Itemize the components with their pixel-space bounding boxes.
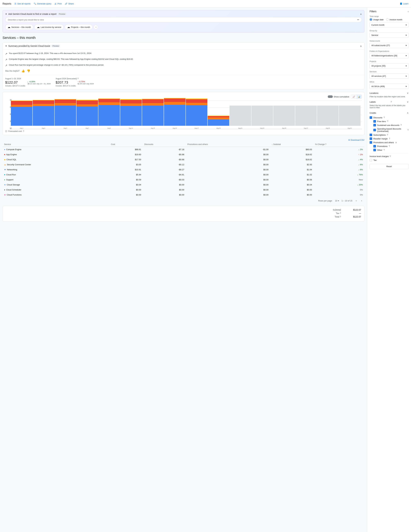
data-table-wrapper: Service Cost Discounts Promotions and ot… [2, 142, 364, 204]
col-subtotal[interactable]: ↓ Subtotal [270, 142, 313, 147]
projects-select[interactable]: All projects (55) ▾ [370, 63, 409, 68]
service-name: Cloud Functions [7, 194, 22, 196]
promotions-collapse-icon: ∧ [395, 141, 397, 144]
col-pct-change[interactable]: % Change ? [314, 142, 364, 147]
folders-select[interactable]: All folders/organizations (28) ▾ [370, 53, 409, 58]
radio-invoice-month[interactable]: Invoice month [386, 18, 402, 21]
cost-cell: $5.94 [109, 172, 143, 177]
reset-button[interactable]: Reset [370, 164, 409, 169]
pct-cell: ↑ 1% [314, 152, 364, 157]
cumulative-toggle[interactable]: Show cumulative [328, 95, 349, 98]
collapse-icon[interactable]: ∧ [360, 13, 362, 15]
subscriptions-item: Subscriptions ? [370, 134, 409, 136]
sql-segment [142, 99, 164, 103]
legend-help-icon[interactable]: ? [23, 130, 24, 132]
promo-cell: $0.00 [186, 177, 270, 182]
stats-row: August 1–19, 2024 $122.07 includes -$24.… [3, 75, 364, 89]
subscriptions-checkbox[interactable] [370, 134, 372, 136]
discounts-cell: $0.00 [143, 182, 186, 187]
generate-query-link[interactable]: 🔍 Generate query [34, 2, 51, 5]
service-cell: ● Support [4, 179, 108, 181]
see-all-reports-link[interactable]: ☰ See all reports [14, 2, 30, 5]
reseller-help-icon[interactable]: ? [389, 138, 390, 140]
app-segment [33, 104, 54, 106]
discounts-checkbox[interactable] [370, 116, 372, 119]
compute-segment [76, 106, 98, 126]
sustained-help-icon[interactable]: ? [401, 124, 402, 126]
toggle-switch[interactable] [328, 95, 333, 98]
filters-expand-icon[interactable]: › [408, 10, 409, 13]
rows-dropdown-icon: ▾ [338, 200, 339, 202]
forecasted-help-icon[interactable]: ? [77, 78, 78, 80]
chips-next-arrow[interactable]: › [94, 25, 98, 29]
bar-chart-btn[interactable]: 📊 [356, 95, 362, 98]
spending-help-icon[interactable]: ? [407, 129, 409, 131]
promo-cell: $0.00 [186, 187, 270, 192]
service-name: Security Command Center [7, 163, 31, 166]
discounts-help-icon[interactable]: ? [384, 116, 385, 119]
share-link[interactable]: 🔗 Share [65, 2, 74, 5]
promo-cell: $0.00 [186, 172, 270, 177]
pct-cell: ↓ 20% [314, 182, 364, 187]
line-chart-btn[interactable]: 📈 [351, 95, 356, 98]
gemini-input-wrapper[interactable]: ✏ [5, 17, 362, 22]
projects-section: Projects All projects (55) ▾ [370, 60, 409, 68]
subaccounts-arrow-icon: ▾ [406, 44, 407, 47]
labels-help-icon[interactable]: ? [391, 101, 392, 103]
reseller-checkbox[interactable] [370, 137, 372, 140]
table-row: ● Cloud Scheduler $0.00 $0.00 $0.00 $0.0… [2, 187, 364, 192]
spending-based-item: Spending based discounts (contractual) ? [370, 128, 409, 132]
thumbs-up-btn[interactable]: 👍 [21, 69, 25, 73]
service-icon: ▼ [4, 169, 6, 171]
spending-checkbox[interactable] [374, 129, 376, 131]
subtotal-cell: $0.04 [270, 182, 313, 187]
subscriptions-help-icon[interactable]: ? [387, 134, 388, 136]
radio-usage-date[interactable]: Usage date [370, 18, 384, 21]
learn-link[interactable]: 📘 Learn [400, 2, 409, 5]
sustained-checkbox[interactable] [374, 124, 376, 126]
download-csv-btn[interactable]: ⬇ Download CSV [348, 139, 364, 141]
tax-help-icon[interactable]: ? [340, 212, 341, 214]
print-link[interactable]: 🖨 Print [55, 2, 62, 5]
subaccounts-select[interactable]: All subaccounts (27) ▾ [370, 43, 409, 48]
prev-page-btn[interactable]: ‹ [355, 199, 357, 202]
labels-collapse[interactable]: Labels ? ∨ [370, 100, 409, 104]
pct-cell: ↓ 6% [314, 162, 364, 167]
other-checkbox[interactable] [374, 149, 376, 151]
summary-collapse-icon[interactable]: ∧ [360, 45, 362, 47]
invoice-help-icon[interactable]: ? [390, 155, 391, 158]
table-row: ★ Cloud Storage $0.04 $0.00 $0.00 $0.04 … [2, 182, 364, 187]
bar-group-12 [273, 106, 295, 126]
compute-segment [142, 106, 164, 126]
totals-box: Subtotal $122.07 Tax ? — Total ? $122.07 [2, 206, 364, 222]
locations-collapse[interactable]: Locations ∨ [370, 91, 409, 95]
skus-select[interactable]: All SKUs (408) ▾ [370, 84, 409, 89]
chip-last-invoice[interactable]: ☁ Last invoice by service [35, 24, 64, 30]
credits-collapse[interactable]: Credits ∧ [370, 111, 409, 115]
promotions-help-icon[interactable]: ? [389, 145, 390, 147]
cost-cell: $17.50 [109, 157, 143, 162]
next-page-btn[interactable]: › [360, 199, 363, 202]
services-select[interactable]: All services (47) ▾ [370, 74, 409, 79]
thumbs-down-btn[interactable]: 👎 [27, 69, 30, 73]
chip-services-month[interactable]: ☁ Services – this month [5, 24, 33, 30]
free-tiers-checkbox[interactable] [374, 120, 376, 123]
tax-filter-row: Tax [370, 159, 409, 161]
rows-per-page-select[interactable]: 10 ▾ [335, 200, 339, 202]
arrow-down-icon: ↓ [27, 80, 28, 83]
subtotal-cell: $80.63 [270, 147, 313, 152]
invoice-month-radio-dot[interactable] [386, 18, 389, 21]
total-help-icon[interactable]: ? [340, 216, 341, 218]
free-tiers-help-icon[interactable]: ? [387, 120, 388, 123]
promotions-checkbox[interactable] [374, 145, 376, 147]
bar-group-0 [11, 101, 32, 126]
tax-checkbox[interactable] [370, 159, 372, 161]
gemini-search-input[interactable] [8, 19, 356, 21]
chip-projects-month[interactable]: ☁ Projects – this month [65, 24, 92, 30]
other-help-icon[interactable]: ? [384, 149, 385, 151]
group-by-select[interactable]: Service ▾ [370, 33, 409, 38]
promotions-others-checkbox[interactable] [370, 141, 372, 144]
current-month-select[interactable]: Current month ▾ [370, 22, 409, 28]
usage-date-radio-dot[interactable] [370, 18, 372, 21]
cost-cell: $3.05 [109, 162, 143, 167]
